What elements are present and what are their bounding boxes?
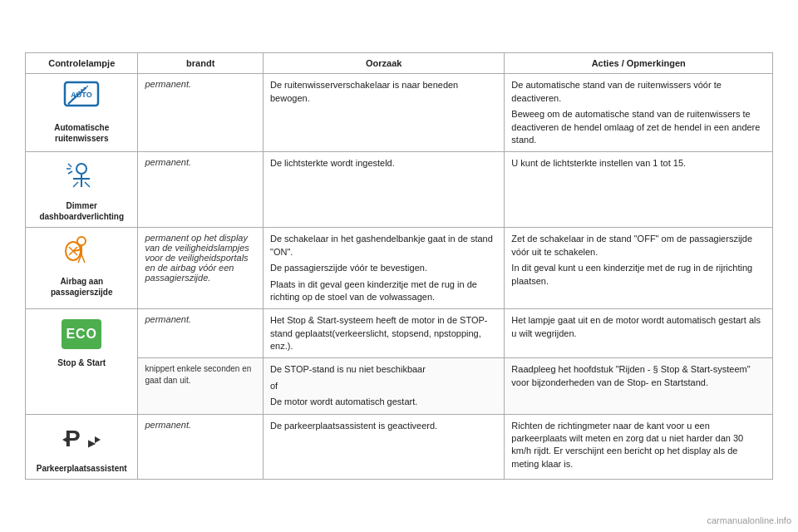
icon-cell: AUTO Automatische ruitenwissers [26, 74, 138, 152]
subrow-oorzaak-cell: De STOP-stand is nu niet beschikbaarofDe… [264, 358, 505, 414]
subrow-oorzaak-text: of [270, 380, 497, 392]
icon-cell: Dimmer dashboardverlichting [26, 152, 138, 228]
brandt-cell: permanent. [138, 74, 264, 152]
icon-label: Automatische ruitenwissers [32, 122, 131, 144]
subrow-acties-cell: Raadpleeg het hoofdstuk "Rijden - § Stop… [505, 358, 773, 414]
table-row: Airbag aan passagierszijde permanent op … [26, 228, 773, 309]
main-table: Controlelampje brandt Oorzaak Acties / O… [25, 52, 773, 479]
oorzaak-text: De passagierszijde vóór te bevestigen. [270, 262, 497, 274]
table-row: Dimmer dashboardverlichting permanent.De… [26, 152, 773, 228]
acties-text: In dit geval kunt u een kinderzitje met … [511, 262, 766, 288]
brandt-text: permanent. [145, 314, 191, 324]
page-wrapper: Controlelampje brandt Oorzaak Acties / O… [25, 52, 773, 479]
subrow-brandt-text: knippert enkele seconden en gaat dan uit… [145, 364, 251, 385]
icon-cell: Airbag aan passagierszijde [26, 228, 138, 309]
header-oorzaak: Oorzaak [264, 53, 505, 74]
icon-label: Dimmer dashboardverlichting [32, 200, 131, 222]
table-sub-row: knippert enkele seconden en gaat dan uit… [26, 358, 773, 414]
header-brandt: brandt [138, 53, 264, 74]
airbag-icon [62, 233, 101, 273]
oorzaak-text: De ruitenwisserverschakelaar is naar ben… [270, 79, 497, 105]
brandt-text: permanent. [145, 79, 191, 89]
subrow-oorzaak-text: De STOP-stand is nu niet beschikbaar [270, 363, 497, 376]
brandt-cell: permanent. [138, 414, 264, 479]
watermark: carmanualonline.info [707, 515, 791, 525]
acties-cell: Zet de schakelaar in de stand "OFF" om d… [505, 228, 773, 309]
oorzaak-cell: De ruitenwisserverschakelaar is naar ben… [264, 74, 505, 152]
brandt-cell: permanent op het display van de veilighe… [138, 228, 264, 309]
header-acties: Acties / Opmerkingen [505, 53, 773, 74]
icon-cell: P ▶ Parkeerplaatsassistent [26, 414, 138, 479]
brandt-text: permanent op het display van de veilighe… [145, 233, 249, 283]
table-row: AUTO Automatische ruitenwissers permanen… [26, 74, 773, 152]
acties-text: U kunt de lichtsterkte instellen van 1 t… [511, 157, 766, 170]
svg-line-10 [68, 171, 72, 174]
table-row: P ▶ Parkeerplaatsassistent permanent.De … [26, 414, 773, 479]
acties-text: Richten de richtingmeter naar de kant vo… [511, 420, 766, 471]
svg-line-8 [68, 164, 71, 167]
icon-label: Airbag aan passagierszijde [32, 276, 131, 298]
icon-label: Parkeerplaatsassistent [37, 463, 127, 474]
acties-text: Beweeg om de automatische stand van de r… [511, 108, 766, 146]
oorzaak-text: Het Stop & Start-systeem heeft de motor … [270, 314, 497, 352]
oorzaak-cell: De parkeerplaatsassistent is geactiveerd… [264, 414, 505, 479]
svg-line-7 [85, 182, 90, 187]
svg-line-15 [81, 254, 85, 263]
oorzaak-text: De parkeerplaatsassistent is geactiveerd… [270, 420, 497, 432]
svg-marker-21 [95, 436, 101, 443]
svg-point-3 [76, 164, 86, 174]
subrow-brandt-cell: knippert enkele seconden en gaat dan uit… [138, 358, 264, 414]
brandt-text: permanent. [145, 420, 191, 430]
acties-text: De automatische stand van de ruitenwisse… [511, 79, 766, 105]
parking-icon: P ▶ [62, 420, 101, 460]
acties-cell: Het lampje gaat uit en de motor wordt au… [505, 309, 773, 358]
icon-cell: ECO Stop & Start [26, 309, 138, 414]
subrow-acties-text: Raadpleeg het hoofdstuk "Rijden - § Stop… [511, 363, 766, 389]
oorzaak-cell: Het Stop & Start-systeem heeft de motor … [264, 309, 505, 358]
subrow-oorzaak-text: De motor wordt automatisch gestart. [270, 396, 497, 408]
brandt-text: permanent. [145, 157, 191, 167]
oorzaak-text: De lichtsterkte wordt ingesteld. [270, 157, 497, 170]
eco-icon: ECO [62, 319, 101, 349]
brandt-cell: permanent. [138, 152, 264, 228]
icon-label: Stop & Start [57, 357, 106, 368]
ruitenwisser-icon: AUTO [62, 79, 101, 119]
table-row: ECO Stop & Start permanent.Het Stop & St… [26, 309, 773, 358]
brandt-cell: permanent. [138, 309, 264, 358]
acties-cell: U kunt de lichtsterkte instellen van 1 t… [505, 152, 773, 228]
acties-cell: De automatische stand van de ruitenwisse… [505, 74, 773, 152]
acties-text: Zet de schakelaar in de stand "OFF" om d… [511, 233, 766, 259]
header-controlelampje: Controlelampje [26, 53, 138, 74]
oorzaak-cell: De schakelaar in het gashendelbankje gaa… [264, 228, 505, 309]
dimmer-icon [62, 157, 101, 197]
oorzaak-text: De schakelaar in het gashendelbankje gaa… [270, 233, 497, 259]
oorzaak-cell: De lichtsterkte wordt ingesteld. [264, 152, 505, 228]
oorzaak-text: Plaats in dit geval geen kinderzitje met… [270, 278, 497, 304]
acties-text: Het lampje gaat uit en de motor wordt au… [511, 314, 766, 340]
acties-cell: Richten de richtingmeter naar de kant vo… [505, 414, 773, 479]
svg-line-6 [73, 182, 78, 187]
